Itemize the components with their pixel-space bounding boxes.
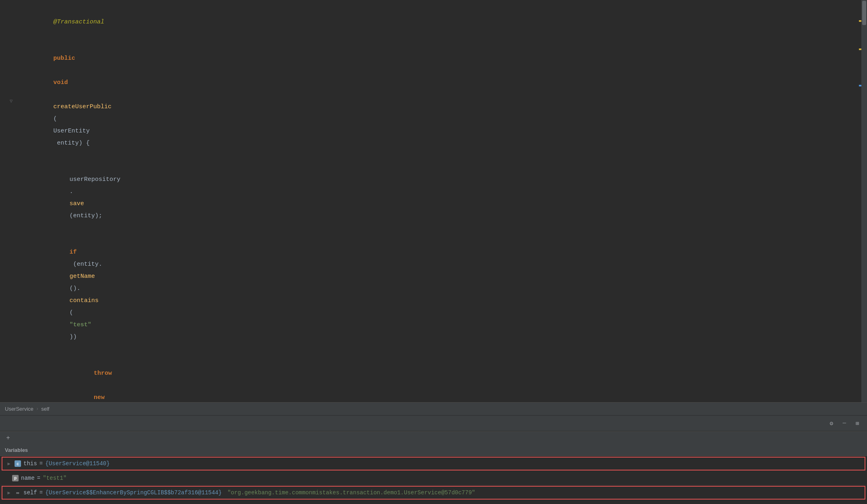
code-line-5: throw new RuntimeException ( "invalid us…: [0, 355, 867, 402]
debug-toolbar: ⚙ ─ ⊞: [0, 415, 867, 431]
code-content-4: if (entity. getName (). contains ( "test…: [40, 234, 851, 355]
main-container: @Transactional ▽ public void createUserP…: [0, 0, 867, 504]
var-name-name: name: [21, 475, 35, 481]
line-number-3: [0, 162, 22, 234]
var-value-this: {UserService@11540}: [45, 460, 110, 467]
code-content-5: throw new RuntimeException ( "invalid us…: [65, 355, 851, 402]
var-name-this: this: [23, 460, 37, 467]
var-value-self-str: "org.geekbang.time.commonmistakes.transa…: [227, 489, 475, 496]
variables-panel: + Variables ▶ c this = {UserService@1154…: [0, 431, 867, 504]
code-line-4: if (entity. getName (). contains ( "test…: [0, 234, 867, 355]
variable-row-this[interactable]: ▶ c this = {UserService@11540}: [2, 457, 865, 470]
layout-icon: ⊞: [856, 420, 859, 427]
kw-public-2: public: [53, 55, 75, 62]
line-number-4: [0, 234, 22, 355]
var-value-name: "test1": [43, 475, 67, 481]
variables-title: Variables: [5, 447, 28, 453]
code-content-1: @Transactional: [24, 4, 851, 40]
fold-icon-2[interactable]: ▽: [10, 98, 13, 104]
kw-void: void: [53, 79, 68, 86]
line-number-2: ▽: [0, 40, 22, 162]
expand-arrow-self[interactable]: ▶: [6, 490, 12, 496]
var-name-self: self: [23, 489, 37, 496]
annotation-transactional: @Transactional: [53, 19, 104, 25]
variables-header: Variables: [0, 445, 867, 456]
gear-icon: ⚙: [830, 420, 833, 427]
var-value-self-ref: {UserService$$EnhancerBySpringCGLIB$$b72…: [45, 489, 222, 496]
minimize-icon: ─: [843, 420, 846, 426]
code-line-3: userRepository . save (entity);: [0, 162, 867, 234]
layout-button[interactable]: ⊞: [852, 418, 862, 428]
variable-row-name[interactable]: p name = "test1": [0, 471, 867, 485]
add-watch-button[interactable]: +: [3, 433, 13, 443]
variable-row-self[interactable]: ▶ ∞ self = {UserService$$EnhancerBySprin…: [2, 486, 865, 500]
gear-button[interactable]: ⚙: [827, 418, 836, 428]
line-number-1: [0, 4, 22, 40]
breadcrumb-self[interactable]: self: [41, 406, 49, 412]
breadcrumb-userservice[interactable]: UserService: [5, 406, 34, 412]
code-line-1: @Transactional: [0, 4, 867, 40]
breadcrumb-separator: ›: [36, 406, 39, 412]
breadcrumb-bar: UserService › self: [0, 402, 867, 415]
var-equals-this: =: [40, 460, 43, 467]
code-content-2: public void createUserPublic ( UserEntit…: [24, 40, 851, 162]
expand-arrow-this[interactable]: ▶: [6, 461, 12, 467]
code-content-3: userRepository . save (entity);: [40, 162, 851, 234]
method-createUserPublic: createUserPublic: [53, 103, 112, 110]
var-icon-name: p: [12, 475, 19, 481]
code-line-2: ▽ public void createUserPublic ( UserEnt…: [0, 40, 867, 162]
code-editor: @Transactional ▽ public void createUserP…: [0, 0, 867, 402]
variables-toolbar: +: [0, 432, 867, 445]
var-equals-name: =: [37, 475, 40, 481]
var-equals-self: =: [40, 489, 43, 496]
plus-icon: +: [6, 435, 10, 442]
minimize-button[interactable]: ─: [840, 418, 849, 428]
var-icon-self: ∞: [15, 489, 21, 496]
line-number-5: [0, 355, 22, 402]
var-icon-this: c: [15, 460, 21, 467]
